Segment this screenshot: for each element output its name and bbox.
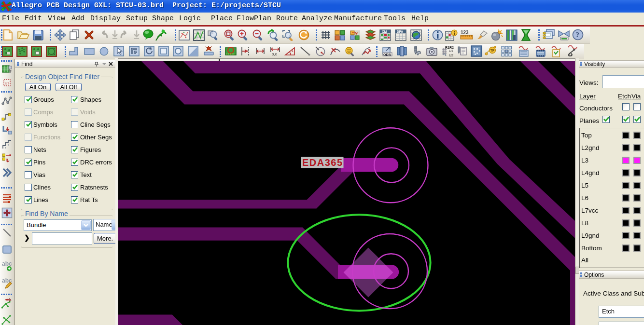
svg-text:1: 1	[291, 48, 294, 53]
svg-text:ODB: ODB	[383, 53, 391, 56]
svg-text:CM: CM	[382, 30, 387, 33]
svg-text:TP: TP	[490, 49, 495, 52]
svg-text:abc: abc	[2, 260, 12, 267]
svg-text:0,0: 0,0	[272, 52, 278, 56]
svg-text:U1: U1	[5, 81, 9, 85]
svg-text:123: 123	[461, 30, 469, 35]
svg-text:U1: U1	[449, 49, 453, 53]
svg-text:U2: U2	[449, 54, 453, 57]
svg-text:?: ?	[576, 31, 580, 39]
svg-text:R1R2: R1R2	[445, 46, 454, 49]
svg-text:DFA: DFA	[397, 30, 403, 33]
